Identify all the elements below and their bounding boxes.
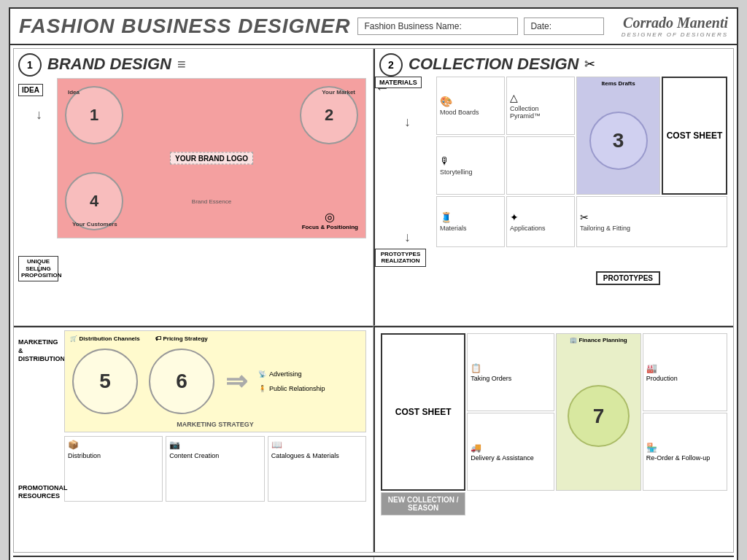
focus-label: Focus & Positioning [302,224,358,230]
bottom-labels: 3 🛍 MARKETING & DISTRIBUTION 4 🏭 OPERATI… [13,556,734,560]
price-icon: 🏷 [155,335,161,342]
tailoring-label: Tailoring & Fitting [580,225,630,232]
mood-icon: 🎨 [440,96,452,107]
app-label: Applications [510,225,546,232]
finance-icon: 🏢 [570,337,577,343]
items-drafts-cell: Items Drafts 3 [576,77,660,195]
idea-arrow: ↓ [36,107,42,122]
brand-quadrant: 1 BRAND DESIGN ≡ IDEA UNIQUE SELLING PRO… [14,49,374,326]
marketing-quadrant: MARKETING & DISTRIBUTION PROMOTIONAL RES… [14,326,374,552]
logo-sub: DESIGNER OF DESIGNERS [622,31,728,38]
dist-icon: 🛒 [70,335,77,342]
reorder-cell: 🏪 Re-Order & Follow-up [643,413,727,491]
public-rel-item: 🧍 Public Relationship [258,385,325,392]
focus-positioning: ◎ Focus & Positioning [302,210,358,230]
delivery-cell: 🚚 Delivery & Assistance [467,413,554,491]
finance-planning-cell: 🏢 Finance Planning 7 [556,333,640,491]
marketing-bottom: 📦 Distribution 📷 Content Creation 📖 Cata… [64,432,366,505]
items-drafts-circle: 3 [589,112,648,170]
brand-logo-center: YOUR BRAND LOGO [170,152,253,165]
empty-cell-1 [506,136,575,195]
adv-icon: 📡 [258,370,266,378]
app-icon: ✦ [510,211,519,223]
brand-essence: Brand Essence [192,198,231,205]
tailoring-icon: ✂ [580,211,589,223]
brand-header: BRAND DESIGN ≡ [17,52,370,74]
storytelling-cell: 🎙 Storytelling [436,136,505,195]
circle6-wrapper: 🏷 Pricing Strategy 6 [149,349,214,414]
brand-section-num: 1 [18,53,42,77]
mat-icon: 🧵 [440,211,452,223]
header: FASHION BUSINESS DESIGNER Fashion Busine… [10,9,737,45]
scissors-icon: ✂ [584,56,595,72]
marketing-strategy-label: MARKETING STRATEGY [65,421,365,428]
date-field[interactable]: Date: [524,18,604,35]
finance-label: 🏢 Finance Planning [570,337,627,343]
mood-label: Mood Boards [440,109,479,116]
delivery-icon: 🚚 [471,443,481,453]
orders-icon: 📋 [471,363,481,373]
ops-cost-sheet-cell: COST SHEET [381,333,465,491]
prod-icon: 🏭 [646,363,657,373]
mat-label: Materials [440,225,467,232]
circle5-wrapper: 🛒 Distribution Channels 5 [72,349,138,414]
idea-label: IDEA [18,84,43,96]
usp-arrow: ↓ [36,260,42,276]
reorder-icon: 🏪 [646,443,657,453]
prototypes-label: PROTOTYPES [596,271,660,285]
advertising-item: 📡 Advertising [258,370,325,378]
header-fields: Fashion Business Name: Date: [357,18,614,35]
taking-orders-cell: 📋 Taking Orders [467,333,554,411]
applications-cell: ✦ Applications [506,196,575,247]
page-title: FASHION BUSINESS DESIGNER [19,15,350,38]
pyramid-label: Collection Pyramid™ [510,105,571,120]
circle6-top-label: 🏷 Pricing Strategy [155,335,208,342]
distribution-cell: 📦 Distribution [64,436,163,502]
marketing-circle-5: 5 [72,349,138,414]
finance-circle-7: 7 [568,385,630,447]
cat-icon: 📖 [271,440,363,450]
marketing-inner: 🛒 Distribution Channels 5 🏷 Pricing Stra… [64,330,366,505]
brand-icon: ≡ [177,56,186,73]
dist-cell-icon: 📦 [68,440,159,450]
business-name-field[interactable]: Fashion Business Name: [357,18,518,35]
story-icon: 🎙 [440,155,450,167]
brand-circle2-label: Your Market [322,89,355,96]
cost-sheet-top-cell: COST SHEET [662,77,727,195]
marketing-top: 🛒 Distribution Channels 5 🏷 Pricing Stra… [64,330,366,432]
brand-circle4-label: Your Customers [72,221,117,228]
pyramid-icon: △ [510,92,518,104]
operations-quadrant: COST SHEET 📋 Taking Orders 🏢 Finance Pla… [374,326,733,552]
brand-title: BRAND DESIGN [47,55,171,74]
mood-boards-cell: 🎨 Mood Boards [436,77,505,135]
bottom-operations: 4 🏭 OPERATIONS [374,557,735,560]
circle5-top-label: 🛒 Distribution Channels [70,335,139,342]
marketing-circle-6: 6 [149,349,214,414]
collection-header: COLLECTION DESIGN ✂ [378,52,730,74]
logo-area: Corrado Manenti DESIGNER OF DESIGNERS [622,15,728,38]
target-icon: ◎ [302,210,358,224]
content-icon: 📷 [169,440,260,450]
collection-quadrant: 2 COLLECTION DESIGN ✂ ← MATERIALS ↓ PROT… [374,49,733,326]
story-label: Storytelling [440,168,473,176]
adv-col: 📡 Advertising 🧍 Public Relationship [258,370,325,392]
brand-circle1-label: Idea [68,89,80,96]
bottom-marketing: 3 🛍 MARKETING & DISTRIBUTION [13,557,374,560]
catalogues-cell: 📖 Catalogues & Materials [268,436,366,502]
collection-section-num: 2 [379,53,403,77]
quadrant-wrapper: 1 BRAND DESIGN ≡ IDEA UNIQUE SELLING PRO… [13,48,734,553]
proto-arrow: ↓ [404,230,411,245]
tailoring-cell: ✂ Tailoring & Fitting [576,196,727,247]
prototypes-realization-label: PROTOTYPES REALIZATION [375,249,426,267]
materials-cell: 🧵 Materials [436,196,505,247]
materials-arrow: ↓ [404,114,411,130]
promotional-resources-label: PROMOTIONAL RESOURCES [18,484,58,501]
strategy-arrow: ⇒ [225,366,247,397]
page: FASHION BUSINESS DESIGNER Fashion Busine… [9,7,738,560]
content-creation-cell: 📷 Content Creation [166,436,264,502]
collection-grid: 🎨 Mood Boards △ Collection Pyramid™ Item… [436,77,727,266]
new-collection-cell: NEW COLLECTION / SEASON [381,492,465,516]
logo-main: Corrado Manenti [622,15,728,31]
items-drafts-label: Items Drafts [601,80,635,87]
marketing-distribution-side-label: MARKETING & DISTRIBUTION [18,338,58,364]
